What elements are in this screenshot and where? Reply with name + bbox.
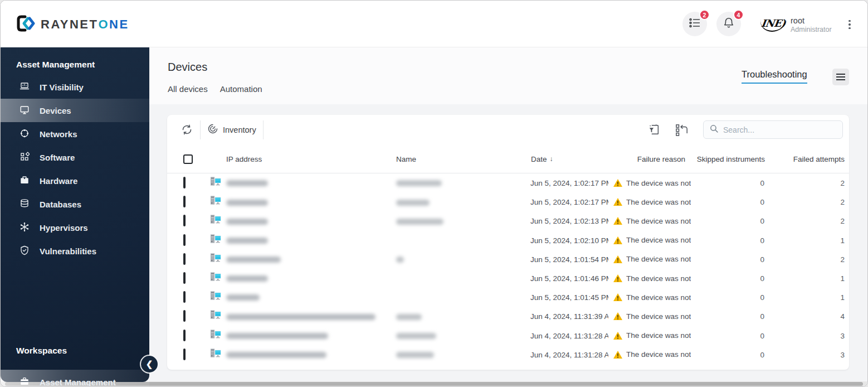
table-row[interactable]: Jun 4, 2024, 11:31:28 AM The device was … [167, 345, 849, 364]
sidebar-item-hardware[interactable]: Hardware [1, 169, 149, 192]
inventory-label: Inventory [223, 125, 256, 134]
row-checkbox[interactable] [183, 235, 186, 245]
inventory-button[interactable]: Inventory [207, 123, 256, 136]
select-all-checkbox[interactable] [183, 144, 193, 173]
task-list-button[interactable]: 2 [682, 12, 707, 36]
table-row[interactable]: Jun 5, 2024, 1:02:13 PM The device was n… [167, 211, 849, 230]
row-checkbox[interactable] [183, 254, 186, 264]
devices-table-card: Inventory [167, 115, 849, 370]
notifications-button[interactable]: 4 [716, 12, 741, 36]
table-row[interactable]: Jun 4, 2024, 11:31:39 AM The device was … [167, 307, 849, 326]
column-header-attempts[interactable]: Failed attempts [793, 144, 845, 173]
tab-troubleshooting[interactable]: Troubleshooting [742, 69, 807, 84]
hardware-box-icon [19, 175, 30, 187]
row-skipped-instruments: 0 [760, 217, 764, 225]
table-row[interactable]: Jun 4, 2024, 11:31:28 AM The device was … [167, 326, 849, 345]
row-skipped-instruments: 0 [760, 293, 764, 302]
warning-icon [613, 178, 623, 187]
ip-address-redacted [226, 273, 268, 283]
chevron-left-icon: ❮ [146, 359, 153, 369]
column-header-date[interactable]: Date ↓ [531, 144, 553, 173]
row-checkbox[interactable] [183, 331, 186, 341]
sidebar-collapse-button[interactable]: ❮ [141, 356, 158, 373]
row-skipped-instruments: 0 [760, 274, 764, 283]
sidebar-item-databases[interactable]: Databases [1, 192, 149, 216]
row-checkbox[interactable] [183, 197, 186, 207]
filter-export-button[interactable] [647, 123, 661, 137]
row-checkbox[interactable] [183, 311, 186, 321]
sidebar-item-devices[interactable]: Devices [1, 99, 149, 122]
page-tabs: All devices Automation [168, 84, 262, 94]
computer-icon [210, 195, 222, 209]
table-row[interactable]: Jun 5, 2024, 1:01:46 PM The device was n… [167, 269, 849, 288]
row-checkbox[interactable] [183, 292, 186, 302]
ip-address-redacted [226, 311, 376, 321]
sidebar-item-vulnerabilities[interactable]: Vulnerabilities [1, 239, 149, 263]
device-name-redacted [396, 331, 436, 341]
ip-address-redacted [226, 254, 281, 264]
column-chooser-button[interactable] [675, 123, 689, 137]
row-checkbox[interactable] [183, 178, 186, 188]
device-name-redacted [396, 178, 442, 188]
ip-address-redacted [226, 197, 268, 207]
column-header-ip[interactable]: IP address [226, 144, 262, 173]
column-header-name[interactable]: Name [396, 144, 416, 173]
row-failure-reason: The device was not [613, 216, 691, 225]
table-row[interactable]: Jun 5, 2024, 1:01:45 PM The device was n… [167, 288, 849, 307]
row-checkbox[interactable] [183, 273, 186, 283]
device-name-redacted [396, 350, 434, 360]
row-date: Jun 5, 2024, 1:01:45 PM [530, 293, 608, 302]
tab-automation[interactable]: Automation [220, 84, 262, 94]
row-skipped-instruments: 0 [760, 350, 764, 359]
sidebar-item-networks[interactable]: Networks [1, 122, 149, 146]
ip-address-redacted [226, 235, 268, 245]
column-header-failure[interactable]: Failure reason [637, 144, 685, 173]
refresh-button[interactable] [180, 123, 193, 137]
sidebar-item-label: Vulnerabilities [40, 246, 96, 256]
row-date: Jun 4, 2024, 11:31:28 AM [530, 331, 608, 340]
raynet-logo[interactable]: RAYNETONE [14, 13, 129, 36]
sidebar-item-asset-management-workspace[interactable]: Asset Management [1, 370, 149, 387]
sort-desc-icon: ↓ [550, 155, 553, 163]
row-failed-attempts: 1 [840, 293, 845, 302]
row-checkbox[interactable] [183, 216, 186, 226]
sidebar-item-label: IT Visibility [40, 83, 84, 92]
column-header-skipped[interactable]: Skipped instruments [697, 144, 765, 173]
sidebar-section-asset-management: Asset Management [1, 47, 149, 75]
user-menu[interactable]: root Administrator [791, 16, 832, 35]
tab-all-devices[interactable]: All devices [168, 84, 208, 94]
row-date: Jun 4, 2024, 11:31:28 AM [530, 350, 608, 359]
row-date: Jun 4, 2024, 11:31:39 AM [530, 312, 608, 321]
table-row[interactable]: Jun 5, 2024, 1:02:17 PM The device was n… [167, 192, 849, 211]
table-toolbar: Inventory [167, 115, 849, 144]
table-row[interactable]: Jun 5, 2024, 1:02:17 PM The device was n… [167, 173, 849, 192]
row-failure-reason: The device was not [613, 197, 691, 206]
warning-icon [613, 312, 623, 321]
sidebar-item-label: Networks [40, 129, 77, 139]
search-icon [709, 124, 719, 136]
row-failure-reason: The device was not [613, 331, 691, 340]
warning-icon [613, 274, 623, 283]
kebab-menu-button[interactable] [844, 17, 855, 32]
row-skipped-instruments: 0 [760, 255, 764, 263]
computer-icon [210, 214, 222, 228]
raynet-logo-icon [14, 13, 35, 36]
device-name-redacted [396, 197, 430, 207]
search-box [703, 120, 843, 139]
table-row[interactable]: Jun 5, 2024, 1:02:10 PM The device was n… [167, 231, 849, 250]
user-avatar[interactable]: INE) [759, 13, 787, 36]
sidebar-item-software[interactable]: Software [1, 146, 149, 169]
device-name-redacted [396, 311, 422, 321]
sidebar-item-hypervisors[interactable]: Hypervisors [1, 216, 149, 239]
table-row[interactable]: Jun 5, 2024, 1:01:54 PM The device was n… [167, 250, 849, 269]
row-failed-attempts: 2 [840, 255, 845, 263]
search-input[interactable] [723, 125, 837, 134]
view-options-button[interactable] [832, 69, 849, 85]
ip-address-redacted [226, 350, 326, 360]
row-failed-attempts: 1 [840, 274, 845, 283]
sidebar-item-it-visibility[interactable]: IT Visibility [1, 75, 149, 99]
row-date: Jun 5, 2024, 1:02:13 PM [530, 217, 608, 225]
row-failure-reason: The device was not [613, 178, 691, 187]
row-failure-reason: The device was not [613, 312, 691, 321]
row-checkbox[interactable] [183, 350, 186, 360]
